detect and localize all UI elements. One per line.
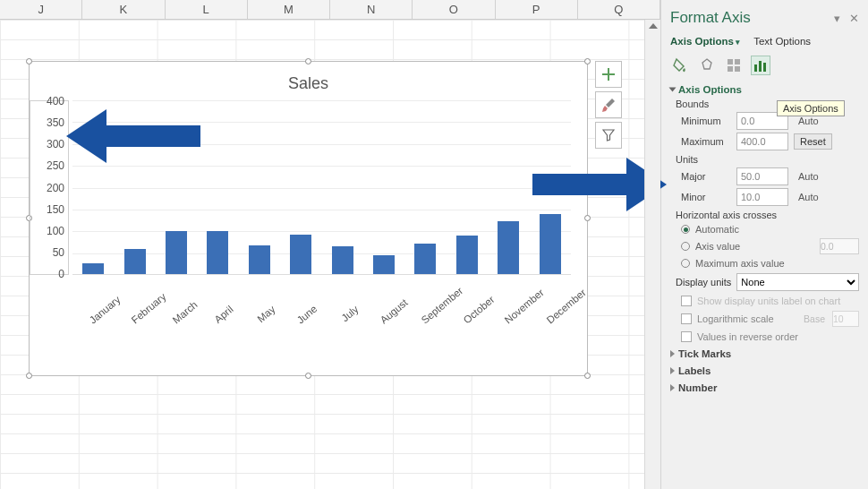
fill-line-icon[interactable] (670, 56, 690, 75)
brush-icon (601, 98, 616, 112)
x-tick-label: December (544, 304, 567, 326)
axis-options-icon[interactable] (751, 56, 770, 75)
resize-handle[interactable] (584, 373, 591, 379)
spreadsheet-area[interactable]: JKLMNOPQ Sales 050100150200250300350400 … (0, 0, 660, 489)
bar[interactable] (249, 245, 270, 274)
pane-options-dropdown-icon[interactable]: ▾ (834, 12, 840, 25)
y-tick-label: 50 (53, 246, 64, 259)
x-tick-label: November (503, 304, 526, 326)
bar[interactable] (373, 255, 395, 274)
x-tick-label: August (379, 304, 402, 326)
svg-rect-9 (763, 63, 766, 72)
bar[interactable] (207, 231, 228, 275)
annotation-arrow-left (66, 109, 200, 172)
x-tick-label: October (461, 304, 484, 326)
tab-text-options[interactable]: Text Options (753, 36, 811, 47)
column-header[interactable]: J (0, 0, 82, 19)
y-tick-label: 350 (47, 116, 64, 129)
size-properties-icon[interactable] (724, 56, 744, 75)
svg-rect-3 (728, 59, 733, 64)
property-category-icons (670, 56, 859, 75)
axis-value-input[interactable] (820, 238, 859, 254)
x-tick-label: January (88, 304, 111, 326)
maximum-label: Maximum (681, 136, 731, 147)
column-header[interactable]: Q (578, 0, 660, 19)
column-header[interactable]: L (166, 0, 248, 19)
vertical-scrollbar[interactable] (644, 20, 660, 489)
minor-label: Minor (681, 192, 731, 202)
axis-options-tooltip: Axis Options (777, 100, 845, 116)
close-icon[interactable]: ✕ (849, 12, 859, 25)
display-units-select[interactable]: None (736, 273, 859, 291)
resize-handle[interactable] (305, 373, 311, 379)
y-tick-label: 300 (47, 138, 64, 150)
chart-styles-button[interactable] (595, 91, 622, 118)
bar[interactable] (166, 231, 187, 274)
column-header[interactable]: M (248, 0, 330, 19)
section-tick-marks[interactable]: Tick Marks (670, 348, 859, 359)
maximum-reset-button[interactable]: Reset (794, 133, 832, 150)
column-header[interactable]: N (330, 0, 413, 19)
chart-side-buttons (595, 61, 622, 149)
resize-handle[interactable] (305, 58, 311, 64)
column-header[interactable]: P (496, 0, 578, 19)
display-units-label: Display units (676, 277, 731, 287)
x-tick-label: September (420, 304, 443, 326)
major-auto-button[interactable]: Auto (794, 168, 823, 184)
bar[interactable] (456, 236, 478, 274)
units-label: Units (676, 154, 859, 165)
maximum-input[interactable] (736, 133, 788, 150)
chart-title[interactable]: Sales (30, 62, 587, 100)
bar[interactable] (290, 235, 311, 274)
minor-input[interactable] (736, 188, 788, 206)
show-units-label-checkbox: Show display units label on chart (681, 296, 859, 306)
bar[interactable] (414, 244, 436, 274)
section-number[interactable]: Number (670, 382, 859, 393)
funnel-icon (602, 129, 615, 142)
pane-tabs: Axis Options▾ Text Options (670, 36, 859, 47)
y-tick-label: 100 (47, 225, 64, 237)
y-tick-label: 400 (47, 95, 64, 107)
embedded-chart[interactable]: Sales 050100150200250300350400 JanuaryFe… (29, 61, 588, 376)
x-axis-labels[interactable]: JanuaryFebruaryMarchAprilMayJuneJulyAugu… (72, 280, 571, 291)
section-axis-options[interactable]: Axis Options (670, 84, 859, 95)
x-tick-label: March (171, 304, 194, 326)
y-axis[interactable]: 050100150200250300350400 (30, 100, 69, 275)
radio-automatic[interactable]: Automatic (681, 224, 859, 235)
effects-icon[interactable] (697, 56, 717, 75)
section-labels[interactable]: Labels (670, 365, 859, 376)
log-base-input[interactable] (832, 311, 859, 327)
svg-rect-6 (735, 66, 740, 72)
bar[interactable] (82, 263, 104, 274)
column-header[interactable]: O (413, 0, 495, 19)
chart-elements-button[interactable] (595, 61, 622, 88)
y-tick-label: 250 (47, 159, 64, 172)
x-tick-label: February (129, 304, 152, 326)
bar[interactable] (540, 214, 561, 274)
plus-icon (602, 68, 615, 81)
major-input[interactable] (736, 167, 788, 185)
bar[interactable] (124, 249, 146, 274)
reverse-order-checkbox[interactable]: Values in reverse order (681, 331, 859, 342)
radio-max-axis-value[interactable]: Maximum axis value (681, 258, 859, 269)
x-tick-label: July (336, 304, 360, 326)
radio-axis-value[interactable]: Axis value (681, 238, 859, 254)
bar[interactable] (332, 246, 353, 274)
svg-marker-2 (702, 59, 711, 69)
log-scale-checkbox[interactable]: Logarithmic scaleBase (681, 311, 859, 327)
resize-handle[interactable] (26, 58, 32, 64)
x-tick-label: April (212, 304, 235, 326)
bar[interactable] (498, 221, 519, 274)
svg-rect-8 (759, 61, 762, 72)
resize-handle[interactable] (584, 58, 591, 64)
y-tick-label: 150 (47, 203, 64, 216)
chart-filter-button[interactable] (595, 122, 622, 149)
column-header[interactable]: K (82, 0, 165, 19)
major-label: Major (681, 171, 731, 182)
pane-title-row: Format Axis ▾ ✕ (670, 9, 859, 27)
svg-rect-5 (728, 66, 733, 72)
resize-handle[interactable] (26, 373, 32, 379)
y-tick-label: 0 (58, 268, 64, 280)
tab-axis-options[interactable]: Axis Options▾ (670, 36, 740, 47)
minor-auto-button[interactable]: Auto (794, 189, 823, 205)
